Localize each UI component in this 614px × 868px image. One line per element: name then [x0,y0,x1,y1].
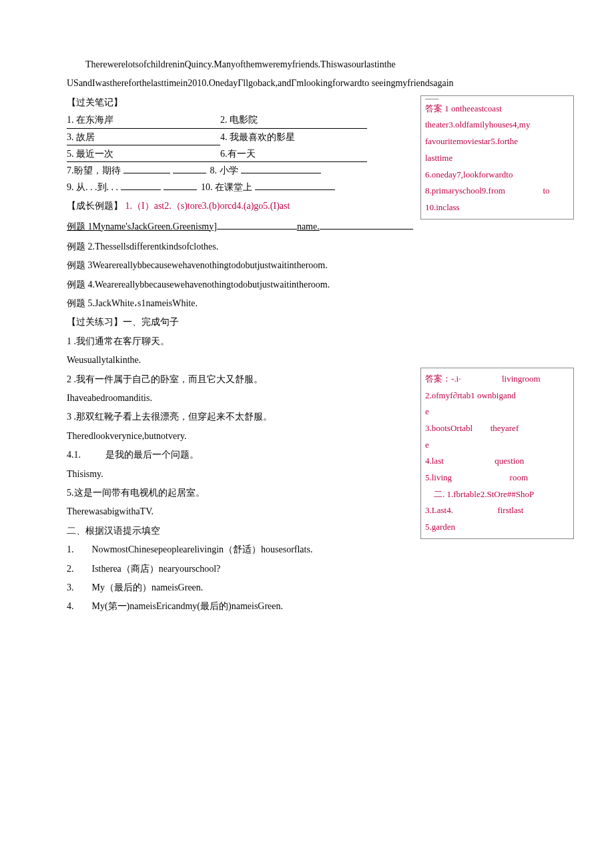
ans1-l7: 10.inclass [425,199,569,216]
vocab-row-3: 5. 最近一次 6.有一天 [67,147,414,162]
vocab-6: 6.有一天 [220,147,367,162]
ans2-l3: e [425,404,569,420]
vocab-9: 9. 从. . .到. . . [67,180,118,195]
vocab-4: 4. 我最喜欢的影星 [220,130,414,145]
answer-box-2: 答案：-.i· livingroom 2.ofmyf∂rtab1 ownbiga… [420,368,574,539]
ans2-l6a: 4.last [425,456,444,466]
vocab-5: 5. 最近一次 [67,147,220,162]
p2-4-num: 4. [67,601,74,611]
growth-label: 【成长例题】 [67,201,123,211]
ans2-l1: 答案：-.i· livingroom [425,371,569,388]
ans1-l3: favouritemoviestar5.forthe [425,133,569,150]
ans2-l1b: livingroom [502,374,541,384]
vocab-10: 10. 在课堂上 [201,180,252,195]
ans1-l1: 答案 1 ontheeastcoast [425,101,569,117]
ex1-blank [217,220,297,230]
vocab-2: 2. 电影院 [220,113,367,128]
ans2-l9a: 3.Last4. [425,505,453,515]
ans2-l9: 3.Last4. firstlast [425,502,569,519]
p2-3-text: My（最后的）nameisGreen. [92,582,204,592]
answer-box-1: 答案 1 ontheeastcoast theater3.oldfamilyho… [420,95,574,220]
intro-line-1: TherewerelotsofchildreninQuincy.Manyofth… [67,57,547,72]
q4a: 4.1. [67,450,81,460]
ans1-l6a: 8.primaryschool9.from [425,185,505,195]
ex1-tail: name. [297,220,320,234]
intro-line-2: USandIwasthereforthelasttimein2010.Oneda… [67,76,547,91]
ans2-l8: 二. 1.fbrtable2.StOre##ShoP [425,486,569,503]
p2-3: 3. My（最后的）nameisGreen. [67,580,547,595]
example-2: 例题 2.Thessellsdifferentkindsofclothes. [67,240,547,254]
q2: 2 .我有一件属于自己的卧室，而且它大又舒服。 [67,372,414,387]
example-5: 例题 5.JackWhite،s1nameisWhite. [67,296,547,311]
ans1-l2: theater3.oldfamilyhouses4,my [425,117,569,133]
p2-1-num: 1. [67,544,74,554]
p2-3-num: 3. [67,582,74,592]
blank-8 [241,163,321,173]
a3: Theredlookverynice,butnotvery. [67,429,414,444]
vocab-row-5: 9. 从. . .到. . . 10. 在课堂上 [67,180,414,195]
ans2-l7: 5.living room [425,470,569,486]
q4b: 是我的最后一个问题。 [105,450,199,460]
vocab-7: 7.盼望，期待 [67,163,121,178]
a4: Thisismy. [67,467,414,482]
p2-1: 1. NowmostChinesepeoplearelivingin（舒适）ho… [67,542,547,557]
vocab-row-2: 3. 故居 4. 我最喜欢的影星 [67,130,414,145]
p2-4-text: My(第一)nameisEricandmy(最后的)nameisGreen. [92,601,284,611]
ans2-l9b: firstlast [497,505,523,515]
blank-9b [164,180,197,190]
blank-7a [123,163,170,173]
example-1: 例题 1Myname'sJackGreen.Greenismy]name. [67,218,547,236]
blank-10 [255,180,335,190]
ans2-l10: 5.garden [425,519,569,536]
ans1-l6: 8.primaryschool9.from to [425,183,569,199]
vocab-row-1: 1. 在东海岸 2. 电影院 [67,113,414,128]
vocab-1: 1. 在东海岸 [67,113,220,128]
q3: 3 .那双红靴子看上去很漂亮，但穿起来不太舒服。 [67,410,414,424]
p2-2-num: 2. [67,564,74,574]
vocab-8: 8. 小学 [210,163,238,178]
ans1-l6b: to [543,185,549,195]
ans2-l2: 2.ofmyf∂rtab1 ownbigand [425,388,569,404]
ans2-l4: 3.bootsOrtabl theyaref [425,420,569,437]
dash-line [425,99,438,99]
a5: TherewasabigwithaTV. [67,504,414,519]
blank-7b [173,163,206,173]
q5: 5.这是一间带有电视机的起居室。 [67,486,414,500]
ans2-l7b: room [510,472,528,482]
q1: 1 .我们通常在客厅聊天。 [67,334,414,349]
ans2-l6b: question [495,456,524,466]
example-3: 例题 3Wearereallybbecausewehavenothingtodo… [67,258,547,273]
p2-4: 4. My(第一)nameisEricandmy(最后的)nameisGreen… [67,599,547,614]
ans2-l6: 4.last question [425,453,569,470]
ans2-l4a: 3.bootsOrtabl [425,423,473,433]
a1: Weusuallytalkinthe. [67,353,414,368]
p2-2-text: Istherea（商店）nearyourschool? [92,564,221,574]
ex1-trailing-blank [320,220,413,230]
growth-row: 【成长例题】 1.（I）ast2.（s)tore3.(b)orcd4.(a)go… [67,199,414,213]
ans2-l7a: 5.living [425,472,452,482]
vocab-row-4: 7.盼望，期待 8. 小学 [67,163,414,178]
growth-answers: 1.（I）ast2.（s)tore3.(b)orcd4.(a)go5.(I)as… [125,201,290,211]
example-4: 例题 4.Wearereallybbecausewehavenothingtod… [67,278,547,292]
ex1-text: 例题 1Myname'sJackGreen.Greenismy] [67,220,217,234]
practice-title: 【过关练习】一、完成句子 [67,315,547,330]
ans2-l1a: 答案：-.i· [425,374,460,384]
blank-9a [121,180,161,190]
notes-title: 【过关笔记】 [67,95,414,110]
ans1-l4: lasttime [425,150,569,167]
a2: Ihaveabedroomanditis. [67,391,414,406]
ans2-l4b: theyaref [491,423,519,433]
vocab-3: 3. 故居 [67,130,220,145]
ans2-l5: e [425,437,569,454]
q4: 4.1. 是我的最后一个问题。 [67,448,414,462]
ans1-l5: 6.oneday7,lookforwardto [425,167,569,183]
p2-1-text: NowmostChinesepeoplearelivingin（舒适）house… [92,544,313,554]
p2-2: 2. Istherea（商店）nearyourschool? [67,562,547,576]
